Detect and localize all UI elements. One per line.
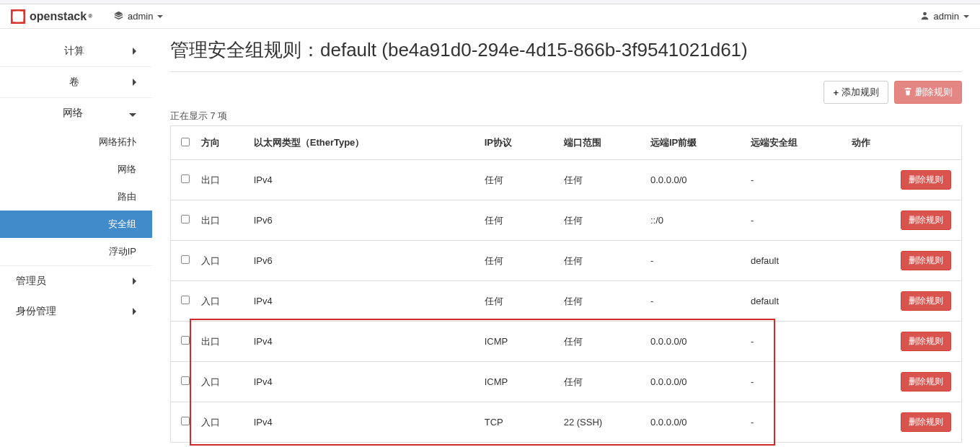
cell-ethertype: IPv6 bbox=[248, 200, 479, 241]
cell-port-range: 任何 bbox=[558, 281, 645, 322]
col-port-range[interactable]: 端口范围 bbox=[558, 126, 645, 160]
plus-icon: + bbox=[833, 87, 839, 98]
cell-port-range: 任何 bbox=[558, 160, 645, 200]
row-checkbox[interactable] bbox=[181, 174, 190, 183]
cell-direction: 入口 bbox=[195, 402, 248, 443]
cell-port-range: 任何 bbox=[558, 200, 645, 241]
cell-remote-prefix: - bbox=[645, 241, 745, 281]
sidebar-label: 卷 bbox=[16, 76, 133, 89]
sidebar-item-routers[interactable]: 路由 bbox=[0, 183, 152, 211]
sidebar: 计算 卷 网络 网络拓扑 网络 路由 安全组 浮动IP 管理员 bbox=[0, 29, 152, 447]
cell-port-range: 任何 bbox=[558, 322, 645, 362]
row-checkbox[interactable] bbox=[181, 255, 190, 264]
user-icon bbox=[920, 11, 930, 22]
cell-ip-protocol: ICMP bbox=[479, 322, 558, 362]
sidebar-panel-identity[interactable]: 身份管理 bbox=[0, 296, 152, 327]
cell-port-range: 任何 bbox=[558, 362, 645, 402]
cell-ip-protocol: 任何 bbox=[479, 281, 558, 322]
row-checkbox[interactable] bbox=[181, 296, 190, 304]
delete-rule-button[interactable]: 删除规则 bbox=[901, 251, 951, 270]
cell-remote-group: - bbox=[745, 160, 846, 200]
col-direction[interactable]: 方向 bbox=[195, 126, 248, 160]
cell-remote-group: - bbox=[745, 402, 846, 443]
cell-ethertype: IPv6 bbox=[248, 241, 479, 281]
sidebar-panel-compute[interactable]: 计算 bbox=[0, 36, 152, 66]
row-checkbox[interactable] bbox=[181, 336, 190, 345]
delete-rule-button[interactable]: 删除规则 bbox=[901, 291, 951, 311]
user-menu[interactable]: admin bbox=[920, 11, 969, 22]
brand-reg: ® bbox=[88, 13, 92, 19]
toolbar: + 添加规则 删除规则 bbox=[170, 81, 962, 104]
cell-direction: 入口 bbox=[195, 362, 248, 402]
project-name: admin bbox=[128, 11, 153, 22]
delete-rule-button[interactable]: 删除规则 bbox=[901, 372, 951, 391]
sidebar-panel-admin[interactable]: 管理员 bbox=[0, 265, 152, 296]
cell-ip-protocol: 任何 bbox=[479, 200, 558, 241]
delete-rule-button[interactable]: 删除规则 bbox=[901, 211, 951, 230]
row-checkbox[interactable] bbox=[181, 376, 190, 385]
cell-direction: 入口 bbox=[195, 241, 248, 281]
row-checkbox[interactable] bbox=[181, 417, 190, 425]
col-ip-protocol[interactable]: IP协议 bbox=[479, 126, 558, 160]
col-remote-group[interactable]: 远端安全组 bbox=[745, 126, 846, 160]
sidebar-item-networks[interactable]: 网络 bbox=[0, 156, 152, 183]
svg-rect-2 bbox=[16, 9, 20, 24]
cell-ethertype: IPv4 bbox=[248, 402, 479, 443]
cell-ip-protocol: TCP bbox=[479, 402, 558, 443]
sidebar-label: 网络 bbox=[16, 107, 129, 120]
delete-rule-button[interactable]: 删除规则 bbox=[901, 412, 951, 432]
sidebar-item-security-groups[interactable]: 安全组 bbox=[0, 211, 152, 238]
cell-ethertype: IPv4 bbox=[248, 362, 479, 402]
sidebar-submenu-network: 网络拓扑 网络 路由 安全组 浮动IP bbox=[0, 128, 152, 265]
delete-rule-button[interactable]: 删除规则 bbox=[901, 332, 951, 351]
sidebar-panel-network[interactable]: 网络 bbox=[0, 97, 152, 128]
cell-direction: 出口 bbox=[195, 322, 248, 362]
cell-remote-prefix: 0.0.0.0/0 bbox=[645, 362, 745, 402]
sidebar-label: 管理员 bbox=[16, 275, 46, 288]
chevron-right-icon bbox=[133, 306, 136, 317]
cell-port-range: 22 (SSH) bbox=[558, 402, 645, 443]
table-row: 入口IPv6任何任何-default删除规则 bbox=[171, 241, 962, 281]
cell-ip-protocol: ICMP bbox=[479, 362, 558, 402]
cell-remote-group: - bbox=[745, 322, 846, 362]
delete-rules-button[interactable]: 删除规则 bbox=[894, 81, 962, 104]
sidebar-item-floating-ip[interactable]: 浮动IP bbox=[0, 238, 152, 265]
sidebar-item-topology[interactable]: 网络拓扑 bbox=[0, 128, 152, 156]
cell-remote-group: default bbox=[745, 241, 846, 281]
cell-remote-prefix: 0.0.0.0/0 bbox=[645, 402, 745, 443]
cell-ip-protocol: 任何 bbox=[479, 160, 558, 200]
cell-remote-group: - bbox=[745, 362, 846, 402]
chevron-right-icon bbox=[133, 275, 136, 287]
select-all-checkbox[interactable] bbox=[181, 138, 190, 146]
col-ethertype[interactable]: 以太网类型（EtherType） bbox=[248, 126, 479, 160]
page-title: 管理安全组规则：default (be4a91d0-294e-4d15-866b… bbox=[170, 37, 962, 72]
layers-icon bbox=[114, 11, 123, 22]
top-navbar: openstack® admin admin bbox=[0, 4, 980, 29]
table-row: 入口IPv4任何任何-default删除规则 bbox=[171, 281, 962, 322]
table-row: 出口IPv4ICMP任何0.0.0.0/0-删除规则 bbox=[171, 322, 962, 362]
brand-text: openstack bbox=[30, 10, 87, 23]
cell-ip-protocol: 任何 bbox=[479, 241, 558, 281]
cell-direction: 出口 bbox=[195, 200, 248, 241]
cell-direction: 出口 bbox=[195, 160, 248, 200]
svg-point-4 bbox=[923, 12, 927, 15]
col-remote-prefix[interactable]: 远端IP前缀 bbox=[645, 126, 745, 160]
cell-port-range: 任何 bbox=[558, 241, 645, 281]
brand[interactable]: openstack® bbox=[11, 9, 92, 24]
delete-rules-label: 删除规则 bbox=[915, 86, 953, 99]
cell-direction: 入口 bbox=[195, 281, 248, 322]
row-checkbox[interactable] bbox=[181, 215, 190, 224]
cell-remote-prefix: 0.0.0.0/0 bbox=[645, 160, 745, 200]
add-rule-button[interactable]: + 添加规则 bbox=[824, 81, 888, 104]
project-switcher[interactable]: admin bbox=[114, 11, 163, 22]
cell-remote-group: default bbox=[745, 281, 846, 322]
col-actions: 动作 bbox=[846, 126, 961, 160]
sidebar-panel-volume[interactable]: 卷 bbox=[0, 66, 152, 97]
cell-ethertype: IPv4 bbox=[248, 281, 479, 322]
user-name: admin bbox=[934, 11, 959, 22]
chevron-right-icon bbox=[133, 45, 136, 57]
openstack-logo-icon bbox=[11, 9, 25, 24]
caret-down-icon bbox=[157, 15, 163, 18]
delete-rule-button[interactable]: 删除规则 bbox=[901, 170, 951, 190]
table-row: 入口IPv4TCP22 (SSH)0.0.0.0/0-删除规则 bbox=[171, 402, 962, 443]
